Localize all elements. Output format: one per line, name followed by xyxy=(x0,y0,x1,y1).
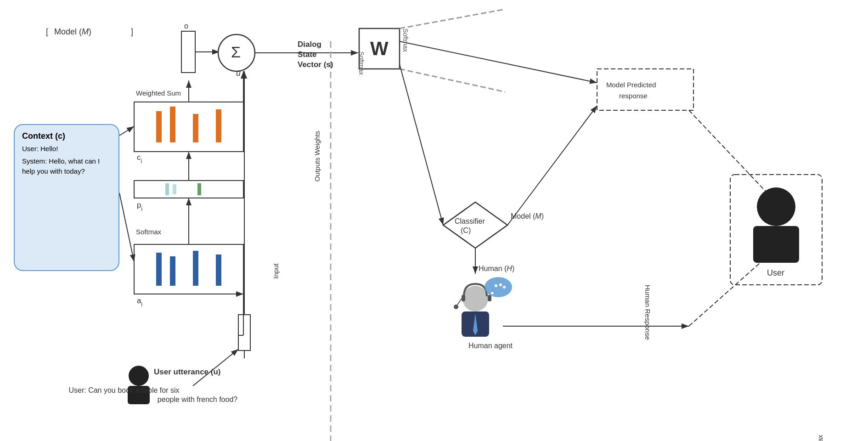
svg-point-71 xyxy=(499,283,502,286)
svg-rect-61 xyxy=(462,311,489,337)
svg-text:User: Can you book a table for: User: Can you book a table for six xyxy=(68,386,179,394)
svg-rect-87 xyxy=(128,386,150,404)
svg-text:Human Response: Human Response xyxy=(644,285,652,340)
svg-line-81 xyxy=(689,253,772,326)
svg-line-92 xyxy=(193,349,238,386)
svg-marker-52 xyxy=(443,202,507,248)
svg-point-6 xyxy=(218,34,255,71)
context-line2: System: Hello, what can I help you with … xyxy=(22,156,111,176)
svg-marker-62 xyxy=(473,313,478,335)
diagram: [ ] Model (M) o Σ u W Softmax Softmax xyxy=(0,0,868,441)
svg-rect-63 xyxy=(462,295,465,301)
svg-rect-18 xyxy=(156,111,162,142)
svg-text:o: o xyxy=(184,22,188,30)
svg-point-66 xyxy=(454,305,458,309)
svg-text:Model (M): Model (M) xyxy=(54,27,91,36)
context-box: Context (c) User: Hello! System: Hello, … xyxy=(14,124,119,271)
svg-text:]: ] xyxy=(131,27,133,36)
svg-text:Softmax: Softmax xyxy=(136,228,162,236)
svg-rect-23 xyxy=(134,181,243,198)
svg-text:people with french food?: people with french food? xyxy=(158,396,237,403)
svg-rect-84 xyxy=(753,226,799,263)
svg-text:W: W xyxy=(370,38,389,59)
svg-text:ci: ci xyxy=(137,153,142,164)
svg-rect-32 xyxy=(216,254,221,286)
svg-text:pi: pi xyxy=(137,201,142,212)
svg-rect-42 xyxy=(238,315,250,351)
svg-text:Input: Input xyxy=(272,263,280,278)
svg-line-47 xyxy=(119,126,134,136)
svg-text:u: u xyxy=(236,68,241,78)
svg-rect-17 xyxy=(134,102,243,152)
svg-rect-10 xyxy=(359,28,400,69)
svg-rect-29 xyxy=(156,253,162,286)
svg-rect-21 xyxy=(216,109,221,142)
svg-line-15 xyxy=(400,69,505,92)
svg-rect-75 xyxy=(597,69,693,110)
context-line1: User: Hello! xyxy=(22,145,111,153)
svg-rect-26 xyxy=(197,183,201,195)
svg-rect-28 xyxy=(134,244,243,294)
svg-line-76 xyxy=(400,41,597,83)
svg-text:Σ: Σ xyxy=(231,43,241,61)
arrows-svg: [ ] Model (M) o Σ u W Softmax Softmax xyxy=(0,0,868,441)
svg-text:Dialog: Dialog xyxy=(298,40,321,49)
svg-text:Human agent: Human agent xyxy=(468,342,513,350)
svg-text:Weighted Sum: Weighted Sum xyxy=(136,89,181,97)
svg-rect-64 xyxy=(488,295,491,301)
svg-text:Softmax: Softmax xyxy=(817,435,824,441)
svg-text:Vector (s): Vector (s) xyxy=(298,60,333,69)
svg-text:ai: ai xyxy=(137,296,142,308)
svg-rect-82 xyxy=(730,175,822,285)
svg-text:response: response xyxy=(619,92,648,100)
svg-text:Softmax: Softmax xyxy=(402,28,409,52)
svg-text:User utterance (u): User utterance (u) xyxy=(154,368,220,376)
svg-text:(C): (C) xyxy=(461,226,471,234)
svg-text:[: [ xyxy=(46,27,48,36)
svg-rect-3 xyxy=(181,31,195,73)
svg-line-14 xyxy=(400,9,505,28)
svg-rect-31 xyxy=(193,251,198,286)
svg-rect-25 xyxy=(173,184,176,194)
svg-point-69 xyxy=(491,292,494,294)
svg-rect-30 xyxy=(170,256,175,286)
svg-point-67 xyxy=(485,277,512,297)
svg-line-56 xyxy=(507,106,597,225)
svg-line-79 xyxy=(689,110,772,198)
svg-text:Model (M): Model (M) xyxy=(511,212,544,220)
svg-line-48 xyxy=(119,193,134,262)
svg-point-86 xyxy=(129,366,149,386)
svg-point-83 xyxy=(757,187,795,226)
svg-line-55 xyxy=(400,64,443,225)
svg-line-65 xyxy=(457,299,462,305)
svg-point-68 xyxy=(491,291,495,294)
svg-text:User: User xyxy=(767,268,784,277)
svg-text:Human (H): Human (H) xyxy=(479,265,514,272)
svg-text:Softmax: Softmax xyxy=(358,51,365,75)
svg-text:Outputs Weights: Outputs Weights xyxy=(313,131,321,182)
svg-point-72 xyxy=(503,286,506,288)
svg-text:Model Predicted: Model Predicted xyxy=(606,81,656,89)
svg-point-60 xyxy=(462,286,488,311)
context-title: Context (c) xyxy=(22,131,111,141)
svg-point-70 xyxy=(495,284,497,287)
svg-rect-24 xyxy=(165,183,169,195)
svg-text:State: State xyxy=(298,50,317,59)
svg-rect-20 xyxy=(193,114,198,142)
svg-text:Classifier: Classifier xyxy=(455,217,485,225)
svg-rect-19 xyxy=(170,107,175,142)
